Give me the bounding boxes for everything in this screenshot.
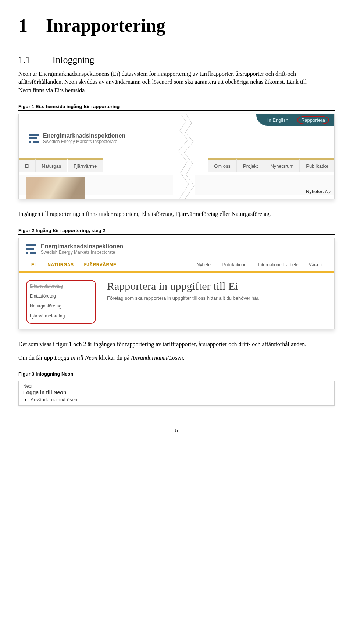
paragraph-3b: Om du får upp Logga in till Neon klickar… [18,354,320,362]
heading-2: 1.1 Inloggning [18,54,335,65]
tab-projekt[interactable]: Projekt [237,158,264,172]
main-content: Rapportera in uppgifter till Ei Företag … [107,280,260,324]
h2-number: 1.1 [18,54,31,65]
rapportera-link[interactable]: Rapportera [297,116,329,124]
tab-el[interactable]: El [19,158,36,172]
tab-naturgas[interactable]: Naturgas [36,158,68,172]
sidebar-item-fjarrvarme[interactable]: Fjärrvärmeföretag [30,311,92,321]
hero-photo-placeholder [26,177,85,199]
news-ticker: Nyheter: Ny [306,189,331,194]
ei-logo-text: Energimarknadsinspektionen Swedish Energ… [41,243,123,255]
figure-1-caption: Figur 1 Ei:s hemsida ingång för rapporte… [18,104,335,111]
logo-title: Energimarknadsinspektionen [41,243,123,250]
sidebar-company-types: Elhandelsföretag Elnätsföretag Naturgasf… [26,280,96,324]
tab-nyheter[interactable]: Nyheter [192,259,217,271]
tab-el[interactable]: EL [26,259,42,271]
figure-3-caption: Figur 3 Inloggning Neon [18,371,335,378]
logo-subtitle: Swedish Energy Markets Inspectorate [41,250,123,255]
figure-3: Neon Logga in till Neon Användarnamn/Lös… [18,381,335,406]
tab-nyhetsrum[interactable]: Nyhetsrum [264,158,300,172]
heading-1: 1 Inrapportering [18,15,335,36]
in-english-link[interactable]: In English [267,117,288,123]
ei-logo: Energimarknadsinspektionen Swedish Energ… [26,243,327,255]
h1-number: 1 [18,15,28,36]
page-title: Rapportera in uppgifter till Ei [107,280,260,292]
username-password-link[interactable]: Användarnamn/Lösen [31,397,77,402]
top-utility-bar: In English Rapportera [256,114,334,126]
news-text: Ny [325,189,331,194]
sidebar-item-elhandel[interactable]: Elhandelsföretag [30,281,92,291]
ei-logo-icon [26,244,36,254]
login-heading: Logga in till Neon [23,389,330,395]
sidebar-item-naturgas[interactable]: Naturgasföretag [30,301,92,311]
logo-subtitle: Swedish Energy Markets Inspectorate [43,139,125,144]
main-tabs-right: Om oss Projekt Nyhetsrum Publikatior [208,158,334,172]
page-number: 5 [18,428,335,433]
news-label: Nyheter: [306,189,324,194]
page-intro: Företag som ska rapportera in uppgifter … [107,295,260,301]
paragraph-3a: Det som visas i figur 1 och 2 är ingånge… [18,340,320,348]
ei-logo: Energimarknadsinspektionen Swedish Energ… [29,132,125,144]
ei-logo-icon [29,134,39,143]
tab-fjarrvarme[interactable]: Fjärrvärme [67,158,103,172]
ei-logo-text: Energimarknadsinspektionen Swedish Energ… [43,132,125,144]
sidebar-item-elnat[interactable]: Elnätsföretag [30,291,92,301]
tab-internationellt[interactable]: Internationellt arbete [253,259,303,271]
figure-2-caption: Figur 2 Ingång för rapportering, steg 2 [18,228,335,235]
tab-publikationer[interactable]: Publikationer [217,259,253,271]
main-tabs-left: El Naturgas Fjärrvärme [19,158,103,172]
tab-fjarrvarme[interactable]: FJÄRRVÄRME [79,259,121,271]
paragraph-1: Neon är Energimarknadsinspektionens (Ei)… [18,70,320,95]
tab-vara[interactable]: Våra u [304,259,327,271]
neon-label: Neon [23,384,330,389]
logo-title: Energimarknadsinspektionen [43,132,125,139]
paragraph-2: Ingången till rapporteringen finns under… [18,210,320,218]
tab-om-oss[interactable]: Om oss [208,158,237,172]
h1-title: Inrapportering [46,15,165,36]
login-option: Användarnamn/Lösen [31,397,330,402]
h2-title: Inloggning [53,54,95,65]
page-tear-icon [173,114,195,199]
figure-1: In English Rapportera Energimarknadsinsp… [18,114,335,199]
figure-2: Energimarknadsinspektionen Swedish Energ… [18,238,335,329]
tab-publikationer[interactable]: Publikatior [300,158,334,172]
main-nav-tabs: EL NATURGAS FJÄRRVÄRME Nyheter Publikati… [19,259,334,273]
tab-naturgas[interactable]: NATURGAS [42,259,79,271]
